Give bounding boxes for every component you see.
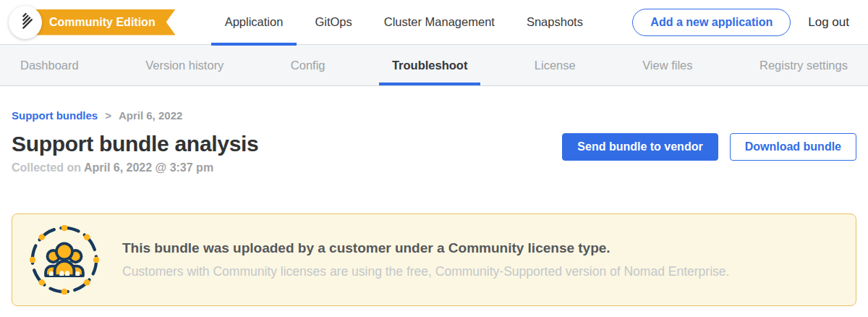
collected-date: April 6, 2022 @ 3:37 pm — [84, 161, 213, 174]
breadcrumb-support-bundles-link[interactable]: Support bundles — [12, 109, 98, 122]
logout-link[interactable]: Log out — [808, 15, 849, 30]
tab-cluster-management[interactable]: Cluster Management — [368, 0, 511, 45]
title-row: Support bundle analysis Collected on Apr… — [12, 132, 856, 174]
bundle-actions: Send bundle to vendor Download bundle — [562, 132, 856, 161]
page-title: Support bundle analysis — [12, 132, 258, 156]
collected-timestamp: Collected on April 6, 2022 @ 3:37 pm — [12, 161, 258, 174]
replicated-logo-icon — [16, 12, 35, 33]
subnav-item-config[interactable]: Config — [278, 45, 339, 85]
collected-prefix: Collected on — [12, 161, 81, 174]
subnav-item-troubleshoot[interactable]: Troubleshoot — [379, 45, 481, 85]
subnav-item-dashboard[interactable]: Dashboard — [7, 45, 92, 85]
main-content: Support bundles > April 6, 2022 Support … — [0, 109, 868, 306]
community-license-notice: This bundle was uploaded by a customer u… — [12, 214, 856, 306]
notice-title: This bundle was uploaded by a customer u… — [122, 240, 729, 256]
top-header: Community Edition Application GitOps Clu… — [0, 0, 868, 45]
title-block: Support bundle analysis Collected on Apr… — [12, 132, 258, 174]
add-new-application-button[interactable]: Add a new application — [632, 9, 791, 36]
community-people-icon — [30, 225, 99, 295]
send-bundle-to-vendor-button[interactable]: Send bundle to vendor — [562, 133, 718, 161]
subnav-item-version-history[interactable]: Version history — [132, 45, 237, 85]
tab-snapshots[interactable]: Snapshots — [511, 0, 599, 45]
subnav-item-view-files[interactable]: View files — [629, 45, 705, 85]
subnav-item-registry-settings[interactable]: Registry settings — [746, 45, 861, 85]
notice-subtitle: Customers with Community licenses are us… — [122, 264, 729, 279]
community-edition-badge: Community Edition — [35, 9, 176, 35]
sub-navigation: Dashboard Version history Config Trouble… — [0, 45, 868, 86]
app-logo[interactable] — [9, 6, 42, 39]
download-bundle-button[interactable]: Download bundle — [730, 133, 856, 161]
breadcrumb: Support bundles > April 6, 2022 — [12, 109, 856, 122]
tab-application[interactable]: Application — [209, 0, 299, 45]
breadcrumb-current: April 6, 2022 — [119, 109, 182, 122]
top-navigation: Application GitOps Cluster Management Sn… — [209, 0, 599, 45]
breadcrumb-separator: > — [105, 109, 111, 122]
notice-text: This bundle was uploaded by a customer u… — [122, 240, 729, 279]
subnav-item-license[interactable]: License — [522, 45, 589, 85]
tab-gitops[interactable]: GitOps — [299, 0, 367, 45]
